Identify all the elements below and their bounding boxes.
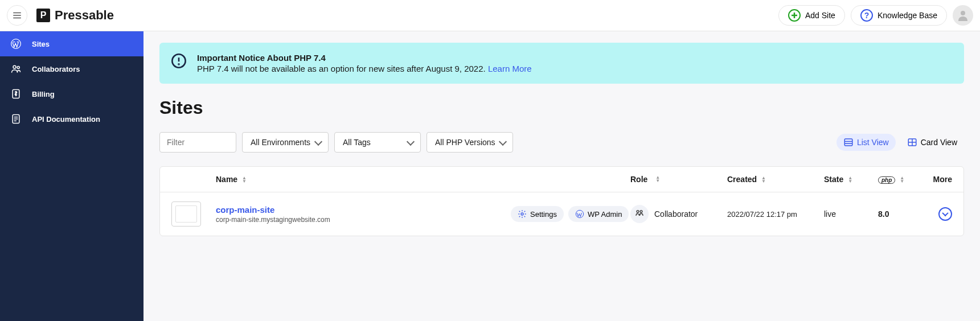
col-more-header: More [929, 175, 952, 184]
add-icon [788, 9, 801, 22]
notice-title: Important Notice About PHP 7.4 [197, 53, 532, 63]
wordpress-icon [575, 209, 584, 219]
settings-button[interactable]: Settings [511, 206, 564, 222]
site-thumbnail-cell [171, 201, 216, 227]
php-select-value: All PHP Versions [435, 138, 495, 147]
knowledge-base-button[interactable]: ? Knowledge Base [851, 5, 947, 26]
php-badge-icon: php [878, 176, 895, 184]
role-label: Collaborator [654, 209, 698, 219]
sites-table: Name ▲▼ Role ▲▼ Created ▲▼ State ▲▼ php [159, 166, 964, 236]
sidebar-item-label: API Documentation [32, 115, 100, 124]
card-view-button[interactable]: Card View [900, 134, 964, 151]
more-cell [929, 207, 952, 221]
col-php-header[interactable]: php ▲▼ [878, 175, 929, 184]
gear-icon [518, 209, 527, 219]
avatar[interactable] [953, 5, 973, 26]
role-cell: Collaborator [630, 205, 727, 223]
view-toggle: List View Card View [837, 134, 964, 151]
add-site-label: Add Site [805, 11, 835, 20]
card-icon [907, 137, 917, 147]
layout: Sites Collaborators Billing API Document… [0, 31, 980, 321]
main-content: Important Notice About PHP 7.4 PHP 7.4 w… [143, 31, 980, 321]
notice-banner: Important Notice About PHP 7.4 PHP 7.4 w… [159, 43, 964, 84]
table-header: Name ▲▼ Role ▲▼ Created ▲▼ State ▲▼ php [160, 167, 963, 192]
sidebar: Sites Collaborators Billing API Document… [0, 31, 143, 321]
col-created-header[interactable]: Created ▲▼ [727, 175, 824, 184]
site-thumbnail[interactable] [171, 201, 201, 227]
page-title: Sites [159, 97, 964, 118]
collaborator-icon [630, 205, 649, 223]
sidebar-item-label: Billing [32, 90, 55, 98]
more-button[interactable] [938, 207, 952, 221]
svg-point-8 [17, 66, 19, 68]
wp-admin-label: WP Admin [588, 210, 622, 219]
state-header-label: State [824, 175, 843, 184]
notice-link[interactable]: Learn More [488, 64, 532, 73]
tags-select[interactable]: All Tags [334, 132, 421, 153]
environment-select-value: All Environments [251, 138, 310, 147]
svg-rect-17 [844, 139, 852, 146]
notice-text: PHP 7.4 will not be available as an opti… [197, 64, 488, 73]
list-view-label: List View [857, 138, 889, 147]
table-row: corp-main-site corp-main-site.mystagingw… [160, 192, 963, 236]
wp-admin-button[interactable]: WP Admin [568, 206, 629, 222]
php-cell: 8.0 [878, 209, 929, 219]
sort-icon: ▲▼ [761, 176, 766, 183]
created-cell: 2022/07/22 12:17 pm [727, 210, 824, 219]
svg-point-26 [640, 211, 642, 213]
add-site-button[interactable]: Add Site [778, 5, 845, 26]
wordpress-icon [10, 38, 22, 50]
site-name-link[interactable]: corp-main-site [216, 205, 511, 215]
header-left: P Pressable [7, 5, 114, 26]
sort-icon: ▲▼ [900, 176, 904, 183]
sidebar-item-api[interactable]: API Documentation [0, 106, 143, 131]
col-name-header[interactable]: Name ▲▼ [216, 175, 511, 184]
state-cell: live [824, 209, 878, 219]
more-header-label: More [933, 175, 952, 184]
avatar-icon [956, 9, 970, 22]
brand-logo[interactable]: P Pressable [36, 8, 114, 23]
filters-row: All Environments All Tags All PHP Versio… [159, 132, 964, 153]
php-select[interactable]: All PHP Versions [427, 132, 513, 153]
notice-body: PHP 7.4 will not be available as an opti… [197, 64, 532, 73]
card-view-label: Card View [921, 138, 957, 147]
help-icon: ? [860, 9, 873, 22]
hamburger-button[interactable] [7, 5, 27, 26]
tags-select-value: All Tags [343, 138, 371, 147]
created-header-label: Created [727, 175, 757, 184]
svg-point-5 [961, 11, 965, 15]
list-icon [843, 137, 854, 147]
settings-label: Settings [530, 210, 557, 219]
col-state-header[interactable]: State ▲▼ [824, 175, 878, 184]
notice-content: Important Notice About PHP 7.4 PHP 7.4 w… [197, 53, 532, 73]
sort-icon: ▲▼ [242, 176, 247, 183]
environment-select[interactable]: All Environments [242, 132, 329, 153]
list-view-button[interactable]: List View [837, 134, 896, 151]
sort-icon: ▲▼ [848, 176, 852, 183]
col-role-header[interactable]: Role ▲▼ [630, 175, 727, 184]
brand-name: Pressable [55, 8, 114, 23]
name-header-label: Name [216, 175, 237, 184]
svg-point-25 [637, 211, 639, 213]
sidebar-item-label: Sites [32, 40, 50, 48]
billing-icon [10, 88, 22, 100]
filters-left: All Environments All Tags All PHP Versio… [159, 132, 513, 153]
header: P Pressable Add Site ? Knowledge Base [0, 0, 980, 31]
sidebar-item-label: Collaborators [32, 65, 80, 73]
document-icon [10, 113, 22, 125]
people-icon [10, 63, 22, 75]
filter-input[interactable] [159, 132, 236, 153]
header-right: Add Site ? Knowledge Base [778, 5, 973, 26]
sort-icon: ▲▼ [655, 176, 660, 183]
knowledge-base-label: Knowledge Base [878, 11, 937, 20]
role-header-label: Role [630, 175, 647, 184]
sidebar-item-collaborators[interactable]: Collaborators [0, 56, 143, 81]
row-actions: Settings WP Admin [511, 206, 630, 222]
sidebar-item-sites[interactable]: Sites [0, 31, 143, 56]
svg-point-16 [178, 64, 179, 64]
hamburger-icon [12, 10, 22, 20]
svg-point-7 [13, 65, 16, 68]
site-url: corp-main-site.mystagingwebsite.com [216, 216, 511, 224]
svg-point-23 [521, 213, 523, 215]
sidebar-item-billing[interactable]: Billing [0, 81, 143, 106]
